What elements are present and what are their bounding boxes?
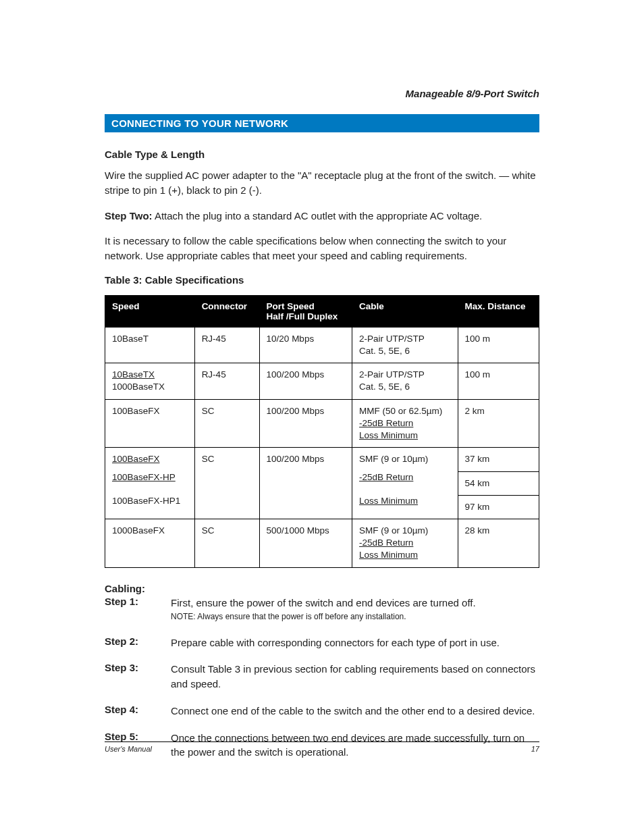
table-row: 10BaseTX 1000BaseTX RJ-45 100/200 Mbps 2… bbox=[105, 363, 539, 399]
cell-speed: 100BaseFX bbox=[105, 448, 195, 471]
cell-cable: SMF (9 or 10µm) -25dB Return Loss Minimu… bbox=[352, 519, 458, 567]
cell-maxdist: 54 km bbox=[458, 471, 539, 495]
footer-page-number: 17 bbox=[531, 745, 539, 753]
paragraph-step-two: Step Two: Attach the plug into a standar… bbox=[105, 209, 539, 224]
cell-portspeed: 100/200 Mbps bbox=[259, 363, 352, 399]
table-caption: Table 3: Cable Specifications bbox=[105, 274, 539, 286]
cell-maxdist: 2 km bbox=[458, 399, 539, 448]
cable-spec-table: Speed Connector Port Speed Half /Full Du… bbox=[105, 295, 539, 568]
cell-cable: SMF (9 or 10µm) bbox=[352, 448, 458, 471]
paragraph-follow: It is necessary to follow the cable spec… bbox=[105, 234, 539, 263]
cell-speed: 10BaseT bbox=[105, 327, 195, 363]
cell-maxdist: 37 km bbox=[458, 448, 539, 471]
cell-cable: Loss Minimum bbox=[352, 495, 458, 519]
step-text: Prepare cable with corresponding connect… bbox=[171, 635, 539, 650]
step-row-2: Step 2: Prepare cable with corresponding… bbox=[105, 635, 539, 650]
cabling-steps: Cabling: Step 1: First, ensure the power… bbox=[105, 583, 539, 760]
cell-connector: RJ-45 bbox=[194, 363, 259, 399]
cell-speed: 1000BaseFX bbox=[105, 519, 195, 567]
th-maxdist: Max. Distance bbox=[458, 295, 539, 327]
cell-connector: SC bbox=[194, 399, 259, 448]
section-heading: CONNECTING TO YOUR NETWORK bbox=[105, 114, 539, 132]
cell-cable: 2-Pair UTP/STP Cat. 5, 5E, 6 bbox=[352, 327, 458, 363]
cell-portspeed: 500/1000 Mbps bbox=[259, 519, 352, 567]
cell-connector: RJ-45 bbox=[194, 327, 259, 363]
cell-speed: 100BaseFX-HP bbox=[105, 471, 195, 495]
cell-speed: 100BaseFX bbox=[105, 399, 195, 448]
cell-maxdist: 28 km bbox=[458, 519, 539, 567]
cell-portspeed: 100/200 Mbps bbox=[259, 399, 352, 448]
table-row: 100BaseFX SC 100/200 Mbps MMF (50 or 62.… bbox=[105, 399, 539, 448]
footer-left: User's Manual bbox=[105, 745, 152, 753]
cell-maxdist: 97 km bbox=[458, 495, 539, 519]
step-text: First, ensure the power of the switch an… bbox=[171, 596, 539, 623]
step-row-3: Step 3: Consult Table 3 in previous sect… bbox=[105, 662, 539, 692]
cell-speed: 100BaseFX-HP1 bbox=[105, 495, 195, 519]
cell-portspeed: 100/200 Mbps bbox=[259, 448, 352, 519]
step-label: Step 4: bbox=[105, 704, 171, 719]
step-two-text: Attach the plug into a standard AC outle… bbox=[153, 210, 483, 221]
cell-cable: 2-Pair UTP/STP Cat. 5, 5E, 6 bbox=[352, 363, 458, 399]
th-cable: Cable bbox=[352, 295, 458, 327]
step-label: Step 3: bbox=[105, 662, 171, 692]
cell-cable: -25dB Return bbox=[352, 471, 458, 495]
th-portspeed: Port Speed Half /Full Duplex bbox=[259, 295, 352, 327]
table-row: 100BaseFX SC 100/200 Mbps SMF (9 or 10µm… bbox=[105, 448, 539, 471]
page-footer: User's Manual 17 bbox=[105, 741, 539, 753]
page: Manageable 8/9-Port Switch CONNECTING TO… bbox=[0, 0, 644, 834]
cable-type-heading: Cable Type & Length bbox=[105, 149, 539, 160]
cell-connector: SC bbox=[194, 519, 259, 567]
step-row-4: Step 4: Connect one end of the cable to … bbox=[105, 704, 539, 719]
table-row: 1000BaseFX SC 500/1000 Mbps SMF (9 or 10… bbox=[105, 519, 539, 567]
cabling-heading: Cabling: bbox=[105, 583, 539, 594]
table-row: 10BaseT RJ-45 10/20 Mbps 2-Pair UTP/STP … bbox=[105, 327, 539, 363]
table-header-row: Speed Connector Port Speed Half /Full Du… bbox=[105, 295, 539, 327]
cell-maxdist: 100 m bbox=[458, 363, 539, 399]
cell-cable: MMF (50 or 62.5µm) -25dB Return Loss Min… bbox=[352, 399, 458, 448]
cell-connector: SC bbox=[194, 448, 259, 519]
step-note: NOTE: Always ensure that the power is of… bbox=[171, 611, 539, 623]
step-text: Consult Table 3 in previous section for … bbox=[171, 662, 539, 692]
step-row-1: Step 1: First, ensure the power of the s… bbox=[105, 596, 539, 623]
paragraph-wire: Wire the supplied AC power adapter to th… bbox=[105, 168, 539, 198]
cell-maxdist: 100 m bbox=[458, 327, 539, 363]
cell-portspeed: 10/20 Mbps bbox=[259, 327, 352, 363]
product-title: Manageable 8/9-Port Switch bbox=[105, 88, 539, 99]
step-label: Step 2: bbox=[105, 635, 171, 650]
th-speed: Speed bbox=[105, 295, 195, 327]
step-text: Connect one end of the cable to the swit… bbox=[171, 704, 539, 719]
cell-speed: 10BaseTX 1000BaseTX bbox=[105, 363, 195, 399]
th-connector: Connector bbox=[194, 295, 259, 327]
step-label: Step 1: bbox=[105, 596, 171, 623]
step-two-label: Step Two: bbox=[105, 210, 153, 221]
